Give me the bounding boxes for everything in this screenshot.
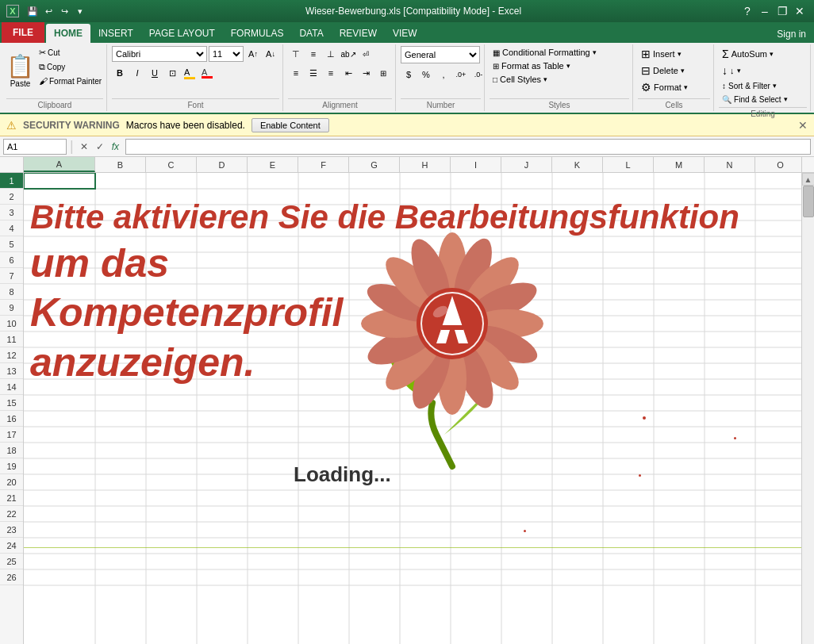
view-tab[interactable]: VIEW bbox=[385, 24, 425, 43]
row-header-5[interactable]: 5 bbox=[0, 236, 23, 252]
scroll-thumb[interactable] bbox=[803, 186, 814, 217]
row-header-13[interactable]: 13 bbox=[0, 363, 23, 379]
cell-styles-arrow[interactable]: ▾ bbox=[543, 75, 547, 83]
row-header-12[interactable]: 12 bbox=[0, 347, 23, 363]
bold-button[interactable]: B bbox=[112, 65, 128, 81]
conditional-arrow[interactable]: ▾ bbox=[593, 48, 597, 56]
col-header-m[interactable]: M bbox=[654, 157, 705, 172]
find-arrow[interactable]: ▾ bbox=[784, 95, 788, 103]
dec-dec-button[interactable]: .0- bbox=[470, 67, 486, 82]
copy-button[interactable]: ⧉Copy bbox=[36, 60, 105, 74]
italic-button[interactable]: I bbox=[129, 65, 145, 81]
col-header-h[interactable]: H bbox=[400, 157, 451, 172]
comma-button[interactable]: , bbox=[436, 67, 451, 82]
redo-quick-btn[interactable]: ↪ bbox=[57, 4, 71, 18]
home-tab[interactable]: HOME bbox=[46, 24, 90, 43]
format-cells-button[interactable]: ⚙ Format ▾ bbox=[638, 79, 691, 95]
align-right-button[interactable]: ≡ bbox=[323, 65, 339, 81]
format-table-button[interactable]: ⊞ Format as Table ▾ bbox=[490, 59, 600, 72]
security-close-button[interactable]: ✕ bbox=[798, 119, 808, 132]
align-top-button[interactable]: ⊤ bbox=[288, 46, 304, 62]
border-button[interactable]: ⊡ bbox=[164, 65, 180, 81]
dec-inc-button[interactable]: .0+ bbox=[453, 67, 469, 82]
close-button[interactable]: ✕ bbox=[792, 3, 808, 19]
formulas-tab[interactable]: FORMULAS bbox=[223, 24, 292, 43]
font-size-select[interactable]: 11 bbox=[209, 46, 244, 62]
row-header-19[interactable]: 19 bbox=[0, 458, 23, 474]
col-header-b[interactable]: B bbox=[95, 157, 146, 172]
wrap-text-button[interactable]: ⏎ bbox=[358, 46, 374, 62]
grow-font-button[interactable]: A↑ bbox=[245, 46, 261, 62]
vertical-scrollbar[interactable]: ▲ ▼ bbox=[801, 173, 814, 644]
row-header-3[interactable]: 3 bbox=[0, 205, 23, 220]
cancel-formula-button[interactable]: ✕ bbox=[77, 141, 91, 152]
shrink-font-button[interactable]: A↓ bbox=[263, 46, 278, 62]
underline-button[interactable]: U bbox=[147, 65, 163, 81]
help-button[interactable]: ? bbox=[739, 3, 755, 19]
row-header-1[interactable]: 1 bbox=[0, 173, 23, 189]
minimize-button[interactable]: – bbox=[757, 3, 773, 19]
autosum-arrow[interactable]: ▾ bbox=[770, 50, 774, 58]
orientation-button[interactable]: ab↗ bbox=[340, 46, 356, 62]
formula-input[interactable] bbox=[125, 139, 811, 155]
row-header-23[interactable]: 23 bbox=[0, 522, 23, 538]
col-header-l[interactable]: L bbox=[603, 157, 654, 172]
row-header-25[interactable]: 25 bbox=[0, 554, 23, 569]
insert-function-button[interactable]: fx bbox=[109, 141, 122, 152]
percent-button[interactable]: % bbox=[418, 67, 434, 82]
col-header-a[interactable]: A bbox=[24, 157, 95, 172]
undo-quick-btn[interactable]: ↩ bbox=[41, 4, 56, 18]
restore-button[interactable]: ❐ bbox=[774, 3, 790, 19]
col-header-d[interactable]: D bbox=[197, 157, 248, 172]
insert-arrow[interactable]: ▾ bbox=[678, 50, 682, 58]
scroll-track[interactable] bbox=[802, 186, 814, 644]
autosum-button[interactable]: Σ AutoSum ▾ bbox=[719, 46, 791, 62]
save-quick-btn[interactable]: 💾 bbox=[25, 4, 40, 18]
col-header-e[interactable]: E bbox=[248, 157, 298, 172]
row-header-22[interactable]: 22 bbox=[0, 506, 23, 522]
row-header-7[interactable]: 7 bbox=[0, 268, 23, 284]
data-tab[interactable]: DATA bbox=[291, 24, 331, 43]
sign-in-button[interactable]: Sign in bbox=[769, 25, 814, 43]
paste-button[interactable]: 📋 Paste bbox=[6, 46, 34, 95]
row-header-21[interactable]: 21 bbox=[0, 490, 23, 506]
fill-button[interactable]: ↓ ↓ ▾ bbox=[719, 63, 791, 79]
grid[interactable]: Bitte aktivieren Sie die Bearbeitungsfun… bbox=[24, 173, 801, 644]
fill-color-button[interactable]: A bbox=[182, 65, 198, 81]
sort-arrow[interactable]: ▾ bbox=[773, 82, 777, 90]
indent-dec-button[interactable]: ⇤ bbox=[340, 65, 356, 81]
col-header-g[interactable]: G bbox=[349, 157, 400, 172]
align-bottom-button[interactable]: ⊥ bbox=[323, 46, 339, 62]
sort-filter-button[interactable]: ↕ Sort & Filter ▾ bbox=[719, 79, 791, 92]
cell-reference-input[interactable] bbox=[3, 139, 67, 155]
file-tab[interactable]: FILE bbox=[2, 22, 44, 43]
conditional-formatting-button[interactable]: ▦ Conditional Formatting ▾ bbox=[490, 46, 600, 59]
scroll-up-button[interactable]: ▲ bbox=[802, 173, 815, 186]
currency-button[interactable]: $ bbox=[401, 67, 417, 82]
row-header-9[interactable]: 9 bbox=[0, 300, 23, 316]
row-header-2[interactable]: 2 bbox=[0, 189, 23, 205]
format-painter-button[interactable]: 🖌Format Painter bbox=[36, 75, 105, 87]
review-tab[interactable]: REVIEW bbox=[332, 24, 385, 43]
row-header-10[interactable]: 10 bbox=[0, 316, 23, 332]
col-header-j[interactable]: J bbox=[501, 157, 552, 172]
row-header-11[interactable]: 11 bbox=[0, 332, 23, 347]
merge-button[interactable]: ⊞ bbox=[375, 65, 391, 81]
col-header-k[interactable]: K bbox=[552, 157, 603, 172]
align-middle-button[interactable]: ≡ bbox=[305, 46, 321, 62]
row-header-24[interactable]: 24 bbox=[0, 538, 23, 554]
font-color-button[interactable]: A bbox=[199, 65, 215, 81]
page-layout-tab[interactable]: PAGE LAYOUT bbox=[141, 24, 223, 43]
row-header-15[interactable]: 15 bbox=[0, 395, 23, 411]
align-center-button[interactable]: ☰ bbox=[305, 65, 321, 81]
col-header-o[interactable]: O bbox=[755, 157, 801, 172]
row-header-14[interactable]: 14 bbox=[0, 379, 23, 395]
confirm-formula-button[interactable]: ✓ bbox=[93, 141, 107, 152]
enable-content-button[interactable]: Enable Content bbox=[251, 118, 329, 132]
format-table-arrow[interactable]: ▾ bbox=[566, 62, 570, 70]
col-header-f[interactable]: F bbox=[298, 157, 349, 172]
row-header-4[interactable]: 4 bbox=[0, 220, 23, 236]
corner-cell[interactable] bbox=[0, 157, 24, 172]
row-header-20[interactable]: 20 bbox=[0, 474, 23, 490]
col-header-c[interactable]: C bbox=[146, 157, 197, 172]
